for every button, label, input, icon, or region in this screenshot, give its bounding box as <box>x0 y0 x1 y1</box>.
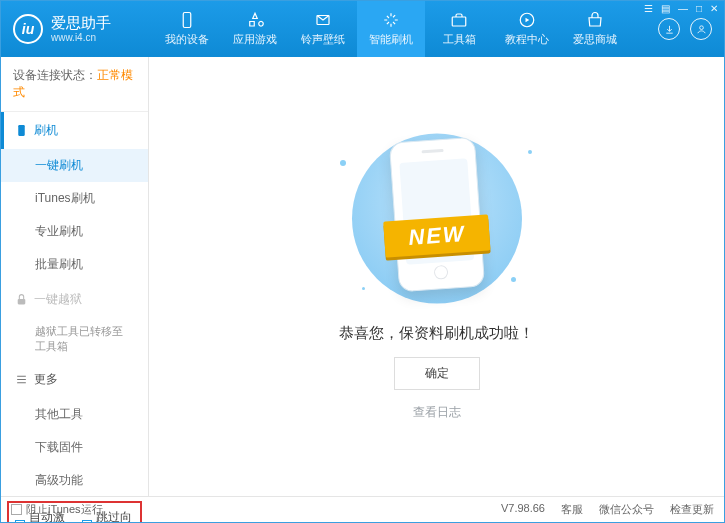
tab-label: 爱思商城 <box>573 32 617 47</box>
logo: iu 爱思助手 www.i4.cn <box>13 14 153 44</box>
tutorial-icon <box>518 11 536 29</box>
sidebar-item[interactable]: 下载固件 <box>1 431 148 464</box>
success-illustration: NEW <box>322 132 552 312</box>
app-url: www.i4.cn <box>51 32 111 43</box>
sidebar-item[interactable]: 批量刷机 <box>1 248 148 281</box>
sidebar-group-label: 刷机 <box>34 122 58 139</box>
flash-icon <box>382 11 400 29</box>
sidebar-group-flash[interactable]: 刷机 <box>1 112 148 149</box>
tab-label: 应用游戏 <box>233 32 277 47</box>
ok-button[interactable]: 确定 <box>394 357 480 390</box>
tab-toolbox[interactable]: 工具箱 <box>425 1 493 57</box>
svg-rect-0 <box>183 13 191 28</box>
sidebar-item[interactable]: 高级功能 <box>1 464 148 497</box>
sidebar-group-label: 一键越狱 <box>34 291 82 308</box>
tab-label: 我的设备 <box>165 32 209 47</box>
success-message: 恭喜您，保资料刷机成功啦！ <box>339 324 534 343</box>
toolbox-icon <box>450 11 468 29</box>
sidebar-item[interactable]: 专业刷机 <box>1 215 148 248</box>
version-label: V7.98.66 <box>501 502 545 517</box>
connection-status: 设备连接状态：正常模式 <box>1 57 148 112</box>
menu-icon[interactable]: ☰ <box>644 3 653 14</box>
titlebar: ☰ ▤ — □ ✕ iu 爱思助手 www.i4.cn 我的设备应用游戏铃声壁纸… <box>1 1 724 57</box>
sidebar: 设备连接状态：正常模式 刷机 一键刷机iTunes刷机专业刷机批量刷机 一键越狱… <box>1 57 149 496</box>
download-icon[interactable] <box>658 18 680 40</box>
main-panel: NEW 恭喜您，保资料刷机成功啦！ 确定 查看日志 <box>149 57 724 496</box>
view-log-link[interactable]: 查看日志 <box>413 404 461 421</box>
lock-icon <box>15 293 28 306</box>
wechat-link[interactable]: 微信公众号 <box>599 502 654 517</box>
checkbox-block-itunes[interactable]: 阻止iTunes运行 <box>11 502 103 517</box>
svg-rect-5 <box>18 125 25 136</box>
sidebar-item[interactable]: iTunes刷机 <box>1 182 148 215</box>
sidebar-group-more[interactable]: 更多 <box>1 361 148 398</box>
tab-apps[interactable]: 应用游戏 <box>221 1 289 57</box>
footer: 阻止iTunes运行 V7.98.66 客服 微信公众号 检查更新 <box>1 496 724 522</box>
logo-icon: iu <box>13 14 43 44</box>
phone-icon <box>15 124 28 137</box>
list-icon <box>15 373 28 386</box>
window-controls: ☰ ▤ — □ ✕ <box>644 3 718 14</box>
close-icon[interactable]: ✕ <box>710 3 718 14</box>
svg-rect-6 <box>18 299 26 304</box>
user-icon[interactable] <box>690 18 712 40</box>
device-icon <box>178 11 196 29</box>
sidebar-item[interactable]: 其他工具 <box>1 398 148 431</box>
titlebar-actions <box>658 18 712 40</box>
tray-icon[interactable]: ▤ <box>661 3 670 14</box>
minimize-icon[interactable]: — <box>678 3 688 14</box>
support-link[interactable]: 客服 <box>561 502 583 517</box>
svg-point-4 <box>699 25 703 29</box>
tab-ring[interactable]: 铃声壁纸 <box>289 1 357 57</box>
body: 设备连接状态：正常模式 刷机 一键刷机iTunes刷机专业刷机批量刷机 一键越狱… <box>1 57 724 496</box>
top-nav: 我的设备应用游戏铃声壁纸智能刷机工具箱教程中心爱思商城 <box>153 1 652 57</box>
ring-icon <box>314 11 332 29</box>
apps-icon <box>246 11 264 29</box>
tab-store[interactable]: 爱思商城 <box>561 1 629 57</box>
update-link[interactable]: 检查更新 <box>670 502 714 517</box>
sidebar-group-label: 更多 <box>34 371 58 388</box>
tab-label: 智能刷机 <box>369 32 413 47</box>
maximize-icon[interactable]: □ <box>696 3 702 14</box>
tab-tutorial[interactable]: 教程中心 <box>493 1 561 57</box>
tab-label: 工具箱 <box>443 32 476 47</box>
sidebar-group-jailbreak[interactable]: 一键越狱 <box>1 281 148 318</box>
checkbox-label: 阻止iTunes运行 <box>26 502 103 517</box>
jailbreak-note: 越狱工具已转移至 工具箱 <box>1 318 148 361</box>
store-icon <box>586 11 604 29</box>
tab-flash[interactable]: 智能刷机 <box>357 1 425 57</box>
tab-device[interactable]: 我的设备 <box>153 1 221 57</box>
app-title: 爱思助手 <box>51 15 111 32</box>
svg-rect-2 <box>452 17 466 26</box>
tab-label: 教程中心 <box>505 32 549 47</box>
app-window: ☰ ▤ — □ ✕ iu 爱思助手 www.i4.cn 我的设备应用游戏铃声壁纸… <box>0 0 725 523</box>
status-label: 设备连接状态： <box>13 68 97 82</box>
tab-label: 铃声壁纸 <box>301 32 345 47</box>
sidebar-item[interactable]: 一键刷机 <box>1 149 148 182</box>
